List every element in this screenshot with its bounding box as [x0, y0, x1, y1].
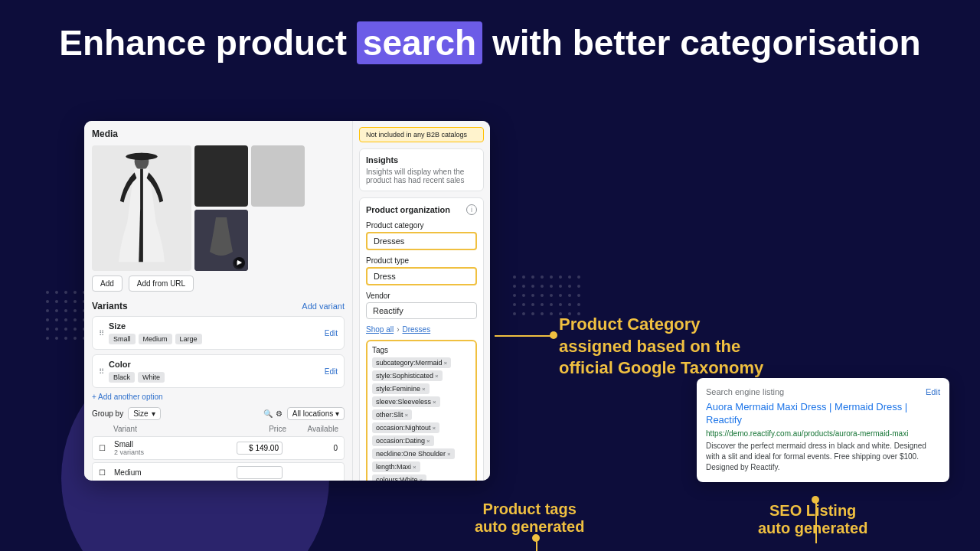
annotation-dot-category [550, 331, 557, 339]
location-select[interactable]: All locations ▾ [287, 407, 345, 420]
tag-sleeve-sleeveless: sleeve:Sleeveless × [372, 396, 440, 407]
media-actions: Add Add from URL [92, 276, 345, 292]
breadcrumb-sep: › [397, 325, 399, 334]
product-org-section: Product organization i Product category … [359, 197, 484, 481]
location-value: All locations [292, 409, 333, 418]
tag-neckline: neckline:One Shoulder × [372, 448, 455, 459]
tag-style-sophisticated: style:Sophisticated × [372, 370, 443, 381]
media-thumb-dark[interactable] [194, 145, 248, 207]
tag-subcategory-mermaid: subcategory:Mermaid × [372, 357, 451, 368]
annotation-seo: SEO Listing auto generated [758, 502, 867, 537]
variant-small: Small 2 variants [114, 440, 232, 456]
remove-tag-neckline[interactable]: × [447, 451, 451, 458]
variant-col-header: Variant [113, 425, 239, 433]
add-option-link[interactable]: + Add another option [92, 393, 345, 401]
variant-color-info: Color Black White [109, 360, 320, 383]
group-size-select[interactable]: Size ▾ [128, 407, 160, 420]
product-type-input[interactable] [366, 267, 477, 285]
variant-size-info: Size Small Medium Large [109, 321, 320, 344]
tag-colours-white: colours:White × [372, 474, 426, 481]
variants-title: Variants [92, 301, 128, 311]
edit-color-link[interactable]: Edit [325, 367, 338, 376]
add-media-button[interactable]: Add [92, 276, 122, 292]
annotation-tags-line1: Product tags [483, 500, 577, 517]
variant-row-size: ⠿ Size Small Medium Large Edit [92, 316, 345, 350]
svg-marker-4 [237, 261, 242, 266]
price-input-medium[interactable] [237, 466, 283, 479]
tags-label: Tags [372, 346, 471, 354]
tag-large: Large [175, 334, 202, 344]
check-small[interactable]: ☐ [99, 444, 111, 452]
variant-table-header: Variant Price Available [92, 425, 345, 433]
org-header: Product organization i [366, 204, 477, 215]
remove-tag-subcategory[interactable]: × [444, 360, 448, 367]
annotation-category-line3: official Google Taxonomy [559, 358, 763, 377]
remove-tag-sleeve[interactable]: × [433, 399, 436, 406]
variants-header: Variants Add variant [92, 301, 345, 311]
annotation-category: Product Category assigned based on the o… [559, 314, 763, 380]
tag-black: Black [109, 372, 135, 383]
price-col-header: Price [239, 425, 292, 433]
variant-medium-name: Medium [114, 468, 232, 477]
tag-other-slit: other:Slit × [372, 409, 412, 420]
breadcrumb-shop-all[interactable]: Shop all [366, 325, 394, 334]
info-icon[interactable]: i [466, 204, 477, 215]
insights-text: Insights will display when the product h… [366, 168, 477, 184]
variant-color-tags: Black White [109, 372, 320, 383]
annotation-tags-line2: auto generated [475, 518, 584, 535]
variant-small-sub: 2 variants [114, 448, 232, 456]
seo-edit-button[interactable]: Edit [926, 387, 940, 396]
check-medium[interactable]: ☐ [99, 468, 111, 477]
tag-medium: Medium [139, 334, 172, 344]
group-actions: 🔍 ⚙ [263, 409, 283, 418]
filter-icon[interactable]: ⚙ [276, 409, 283, 418]
drag-handle-color[interactable]: ⠿ [99, 367, 104, 376]
remove-tag-style-fem[interactable]: × [422, 386, 426, 393]
tag-white: White [138, 372, 165, 383]
media-thumb-dress[interactable] [194, 210, 248, 271]
insights-section: Insights Insights will display when the … [359, 148, 484, 191]
remove-tag-length[interactable]: × [413, 464, 416, 471]
annotation-category-line2: assigned based on the [559, 337, 740, 356]
variant-small-name: Small [114, 440, 232, 448]
catalog-notice: Not included in any B2B catalogs [359, 127, 484, 142]
drag-handle-size[interactable]: ⠿ [99, 329, 104, 337]
page-title: Enhance product search with better categ… [31, 23, 949, 64]
org-title: Product organization [366, 205, 450, 214]
vendor-group: Vendor [366, 292, 477, 319]
content-area: Media [0, 107, 980, 551]
seo-card: Search engine listing Edit Auora Mermaid… [697, 378, 949, 482]
add-url-button[interactable]: Add from URL [129, 276, 194, 292]
add-variant-link[interactable]: Add variant [302, 302, 345, 311]
search-icon[interactable]: 🔍 [263, 409, 273, 418]
svg-point-1 [126, 153, 157, 160]
media-main-image[interactable] [92, 145, 191, 271]
available-col-header: Available [292, 425, 338, 433]
group-by-label: Group by [92, 409, 123, 418]
table-row-medium: ☐ Medium [92, 462, 345, 481]
breadcrumb-dresses[interactable]: Dresses [402, 325, 430, 334]
remove-tag-occ-night[interactable]: × [433, 425, 436, 432]
product-category-input[interactable] [366, 232, 477, 250]
vendor-input[interactable] [366, 302, 477, 319]
chevron-down-icon: ▾ [152, 409, 155, 418]
annotation-tags: Product tags auto generated [475, 500, 584, 536]
variant-color-name: Color [109, 360, 320, 369]
seo-link[interactable]: Auora Mermaid Maxi Dress | Mermaid Dress… [706, 401, 940, 427]
remove-tag-other[interactable]: × [405, 412, 409, 419]
variant-medium: Medium [114, 468, 232, 477]
remove-tag-occ-dating[interactable]: × [426, 438, 430, 445]
shopify-panel: Media [84, 121, 490, 481]
remove-tag-style-soph[interactable]: × [435, 373, 439, 380]
variant-size-tags: Small Medium Large [109, 334, 320, 344]
edit-size-link[interactable]: Edit [325, 329, 338, 337]
remove-tag-white[interactable]: × [420, 477, 423, 481]
available-small: 0 [292, 444, 338, 452]
check-col-header [98, 425, 113, 433]
media-thumb-light[interactable] [251, 145, 305, 207]
annotation-seo-line2: auto generated [758, 520, 867, 536]
tag-occasion-nightout: occasion:Nightout × [372, 422, 439, 433]
tag-style-feminine: style:Feminine × [372, 383, 430, 394]
price-input-small[interactable] [237, 442, 283, 455]
group-bar: Group by Size ▾ 🔍 ⚙ All locations ▾ [92, 407, 345, 420]
